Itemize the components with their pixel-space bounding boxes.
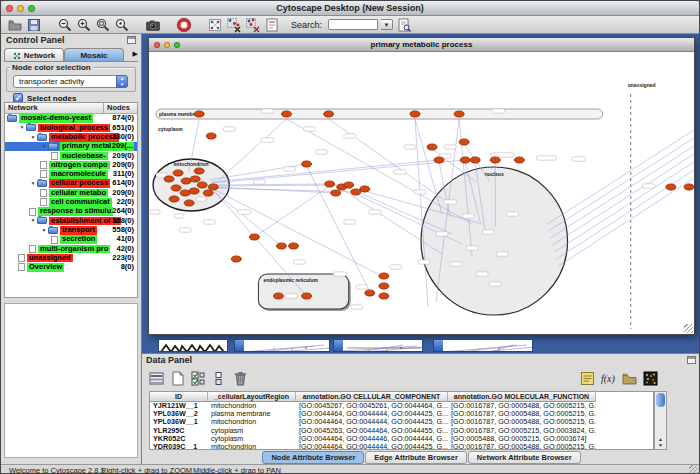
network-node[interactable] xyxy=(434,157,444,163)
plasma-membrane-region[interactable] xyxy=(156,109,603,119)
table-scrollbar[interactable]: ▲ ▼ xyxy=(654,391,667,450)
scrollbar-thumb[interactable] xyxy=(656,393,665,407)
attribute-batch-icon[interactable] xyxy=(211,370,228,387)
network-edge[interactable] xyxy=(432,149,476,182)
tree-row[interactable]: response to stimulu264(0) xyxy=(5,207,137,216)
network-edge[interactable] xyxy=(556,170,694,259)
network-node[interactable] xyxy=(379,273,389,279)
expand-arrow-icon[interactable]: ▼ xyxy=(40,226,48,235)
snapshot-camera-icon[interactable] xyxy=(145,17,161,33)
layout-tool-icon-b[interactable] xyxy=(245,17,261,33)
network-node[interactable] xyxy=(189,188,199,194)
tree-header-network[interactable]: Network xyxy=(5,103,104,114)
network-node[interactable] xyxy=(365,290,375,296)
network-node[interactable] xyxy=(684,184,694,190)
node-color-dropdown[interactable]: transporter activity ▲▼ xyxy=(13,75,128,88)
network-canvas[interactable]: plasma membranecytoplasmnucleusmitochond… xyxy=(149,52,694,334)
tree-row[interactable]: ▼cellular process614(0) xyxy=(5,179,137,188)
column-header[interactable]: annotation.GO MOLECULAR_FUNCTION xyxy=(448,392,596,402)
mini-titlebar[interactable] xyxy=(334,340,343,351)
table-row[interactable]: YPL036W__2plasma membrane[GO:0044464, GO… xyxy=(150,410,653,418)
network-edge[interactable] xyxy=(554,162,694,252)
network-node[interactable] xyxy=(490,157,500,163)
tree-row[interactable]: mosaic-demo-yeast874(0) xyxy=(5,114,137,123)
network-edge[interactable] xyxy=(547,130,694,224)
minimized-window-1[interactable] xyxy=(158,339,228,352)
tab-node-attribute-browser[interactable]: Node Attribute Browser xyxy=(262,451,364,464)
network-node[interactable] xyxy=(379,293,389,299)
zoom-selected-icon[interactable] xyxy=(114,17,130,33)
column-header[interactable]: ID xyxy=(150,392,208,402)
select-attributes-icon[interactable] xyxy=(190,370,207,387)
network-node[interactable] xyxy=(460,157,470,163)
network-node[interactable] xyxy=(379,283,389,289)
zoom-fit-icon[interactable] xyxy=(95,17,111,33)
network-edge[interactable] xyxy=(287,119,473,224)
minimized-window-4[interactable] xyxy=(433,339,533,352)
table-row[interactable]: YLR295Ccytoplasm[GO:0045263, GO:0044464,… xyxy=(150,427,653,435)
tab-edge-attribute-browser[interactable]: Edge Attribute Browser xyxy=(365,451,466,464)
tab-network[interactable]: Network xyxy=(4,48,64,62)
network-node[interactable] xyxy=(325,181,335,187)
tree-row[interactable]: unassigned223(0) xyxy=(5,253,137,262)
tree-row[interactable]: ▼primary metabo209(... xyxy=(5,142,137,151)
network-node[interactable] xyxy=(249,234,259,240)
network-node[interactable] xyxy=(276,243,286,249)
mini-titlebar[interactable] xyxy=(434,340,443,351)
new-attribute-icon[interactable] xyxy=(169,370,186,387)
float-panel-icon[interactable] xyxy=(127,36,136,44)
network-node[interactable] xyxy=(302,161,312,167)
tab-mosaic[interactable]: Mosaic xyxy=(64,48,124,62)
import-attributes-icon[interactable] xyxy=(621,370,638,387)
network-node[interactable] xyxy=(180,190,190,196)
network-node[interactable] xyxy=(173,170,183,176)
network-node[interactable] xyxy=(351,189,361,195)
table-row[interactable]: YKR052Ccytoplasm[GO:0044464, GO:0044446,… xyxy=(150,435,653,443)
network-node[interactable] xyxy=(197,182,207,188)
network-node[interactable] xyxy=(208,184,218,190)
network-node[interactable] xyxy=(344,182,354,188)
minimized-window-2[interactable] xyxy=(234,339,330,352)
open-file-icon[interactable] xyxy=(7,17,23,33)
search-input[interactable] xyxy=(328,19,378,30)
scroll-down-icon[interactable]: ▼ xyxy=(655,442,666,448)
network-node[interactable] xyxy=(666,184,676,190)
network-edge[interactable] xyxy=(415,119,442,214)
expand-arrow-icon[interactable]: ▼ xyxy=(40,142,48,151)
network-node[interactable] xyxy=(302,293,312,299)
network-node[interactable] xyxy=(206,133,216,139)
tree-row[interactable]: Overview8(0) xyxy=(5,263,137,272)
enhanced-search-icon[interactable] xyxy=(396,17,412,33)
save-session-icon[interactable] xyxy=(26,17,42,33)
network-node[interactable] xyxy=(194,168,204,174)
network-node[interactable] xyxy=(190,176,200,182)
network-overview-icon[interactable] xyxy=(207,17,223,33)
network-node[interactable] xyxy=(514,157,524,163)
nucleus-region[interactable] xyxy=(421,167,568,315)
network-edge[interactable] xyxy=(212,160,465,183)
attribute-table-icon[interactable] xyxy=(148,370,165,387)
network-edge[interactable] xyxy=(213,184,329,185)
table-row[interactable]: YPL036W__1mitochondrion[GO:0044464, GO:0… xyxy=(150,418,653,426)
zoom-out-icon[interactable] xyxy=(57,17,73,33)
network-node[interactable] xyxy=(171,185,181,191)
column-header[interactable]: _cellularLayoutRegion xyxy=(208,392,296,402)
table-row[interactable]: YJR121W__1mitochondrion[GO:0045267, GO:0… xyxy=(150,402,653,410)
formula-builder-icon[interactable]: f(x) xyxy=(600,370,617,387)
network-node[interactable] xyxy=(203,190,213,196)
network-node[interactable] xyxy=(231,256,241,262)
expand-arrow-icon[interactable]: ▼ xyxy=(18,123,26,132)
mini-titlebar[interactable] xyxy=(235,340,244,351)
annotation-note-icon[interactable] xyxy=(579,370,596,387)
app-resize-grip[interactable] xyxy=(689,465,698,474)
layout-tool-icon-a[interactable] xyxy=(226,17,242,33)
network-edge[interactable] xyxy=(552,154,694,245)
tab-network-attribute-browser[interactable]: Network Attribute Browser xyxy=(468,451,581,464)
network-graph[interactable]: plasma membranecytoplasmnucleusmitochond… xyxy=(149,52,694,334)
help-lifebuoy-icon[interactable] xyxy=(176,17,192,33)
matrix-view-icon[interactable] xyxy=(642,370,659,387)
network-node[interactable] xyxy=(164,176,174,182)
window-resize-grip[interactable] xyxy=(684,324,693,333)
tree-row[interactable]: secretion41(0) xyxy=(5,235,137,244)
network-node[interactable] xyxy=(289,243,299,249)
